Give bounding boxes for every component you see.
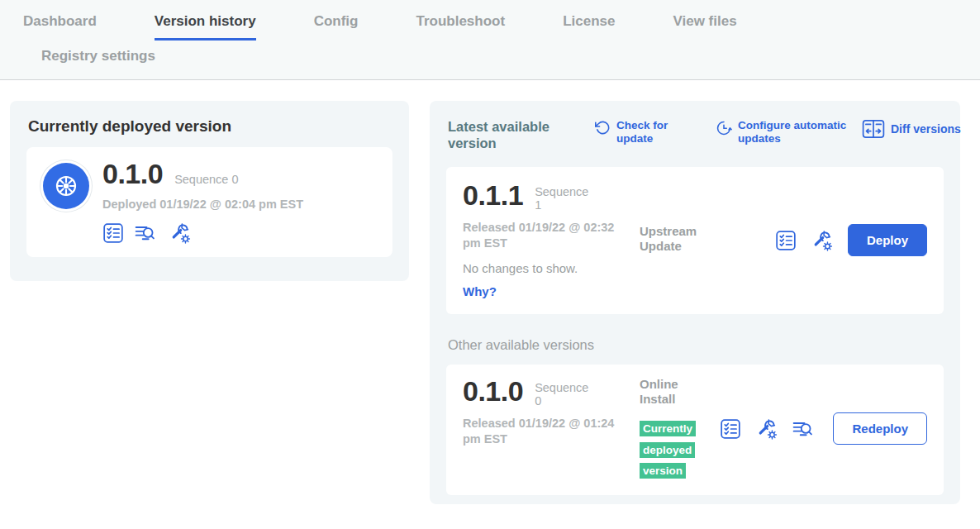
- nav-row-2: Registry settings: [0, 41, 980, 64]
- checklist-icon[interactable]: [102, 222, 124, 244]
- tab-config[interactable]: Config: [314, 13, 359, 41]
- current-version-card: 0.1.0 Sequence 0 Deployed 01/19/22 @ 02:…: [26, 147, 392, 257]
- version-source-label: Online Install: [640, 377, 716, 408]
- wrench-gear-icon[interactable]: [755, 417, 778, 441]
- check-for-update-link[interactable]: Check for update: [595, 119, 676, 145]
- list-search-icon[interactable]: [135, 223, 158, 243]
- currently-deployed-title: Currently deployed version: [28, 117, 391, 136]
- diff-versions-label: Diff versions: [891, 122, 961, 136]
- tab-dashboard[interactable]: Dashboard: [23, 13, 97, 41]
- tab-license[interactable]: License: [563, 13, 615, 41]
- latest-version-actions: Deploy: [775, 224, 927, 256]
- latest-version-details: 0.1.1 Sequence 1 Released 01/19/22 @ 02:…: [463, 181, 635, 299]
- status-badge-wrap: Currently deployed version: [640, 417, 697, 481]
- deployed-timestamp: Deployed 01/19/22 @ 02:04 pm EST: [102, 197, 303, 212]
- deploy-button[interactable]: Deploy: [848, 224, 927, 256]
- top-navigation: Dashboard Version history Config Trouble…: [0, 0, 980, 80]
- kubernetes-wheel-icon: [43, 163, 89, 209]
- current-version-actions: [102, 222, 303, 245]
- tab-view-files[interactable]: View files: [673, 13, 736, 41]
- configure-auto-updates-link[interactable]: Configure automatic updates: [716, 119, 862, 145]
- latest-version-source-col: Upstream Update: [640, 181, 716, 255]
- tab-troubleshoot[interactable]: Troubleshoot: [416, 13, 505, 41]
- current-version-sequence: Sequence 0: [174, 173, 238, 186]
- nav-row-1: Dashboard Version history Config Trouble…: [0, 0, 980, 41]
- check-for-update-label: Check for update: [616, 119, 676, 145]
- diff-versions-link[interactable]: Diff versions: [862, 119, 961, 139]
- tab-registry-settings[interactable]: Registry settings: [41, 48, 155, 74]
- version-source-label: Upstream Update: [640, 224, 716, 255]
- other-version-sequence: Sequence 0: [535, 381, 592, 408]
- other-version-source-col: Online Install Currently deployed versio…: [640, 377, 716, 481]
- checklist-icon[interactable]: [720, 418, 741, 440]
- configure-auto-updates-label: Configure automatic updates: [738, 119, 862, 145]
- other-version-details: 0.1.0 Sequence 0 Released 01/19/22 @ 01:…: [463, 377, 635, 447]
- latest-available-header: Latest available version Check for updat…: [446, 117, 944, 152]
- why-link[interactable]: Why?: [463, 284, 497, 298]
- other-version-card: 0.1.0 Sequence 0 Released 01/19/22 @ 01:…: [446, 365, 944, 495]
- current-version-details: 0.1.0 Sequence 0 Deployed 01/19/22 @ 02:…: [102, 160, 303, 245]
- other-version-number: 0.1.0: [463, 377, 523, 407]
- latest-version-number: 0.1.1: [463, 181, 523, 211]
- released-timestamp: Released 01/19/22 @ 02:32 pm EST: [463, 220, 624, 251]
- currently-deployed-badge: Currently deployed version: [640, 421, 696, 479]
- latest-version-card: 0.1.1 Sequence 1 Released 01/19/22 @ 02:…: [446, 167, 944, 314]
- tab-version-history[interactable]: Version history: [155, 13, 256, 41]
- refresh-arrow-icon: [595, 119, 611, 136]
- checklist-icon[interactable]: [775, 230, 797, 251]
- wrench-gear-icon[interactable]: [169, 222, 192, 245]
- currently-deployed-panel: Currently deployed version 0.1.0 Sequenc…: [10, 101, 409, 281]
- released-timestamp: Released 01/19/22 @ 01:24 pm EST: [463, 416, 624, 447]
- other-versions-heading: Other available versions: [448, 337, 944, 353]
- current-version-number: 0.1.0: [102, 160, 163, 189]
- diff-icon: [862, 119, 885, 139]
- latest-available-title: Latest available version: [448, 119, 572, 152]
- latest-version-sequence: Sequence 1: [535, 185, 592, 212]
- auto-update-clock-icon: [716, 119, 732, 137]
- wrench-gear-icon[interactable]: [811, 229, 834, 252]
- available-versions-panel: Latest available version Check for updat…: [430, 101, 960, 504]
- other-version-actions: Redeploy: [720, 412, 927, 445]
- list-search-icon[interactable]: [792, 419, 816, 439]
- no-changes-text: No changes to show.: [463, 261, 635, 275]
- redeploy-button[interactable]: Redeploy: [833, 412, 927, 445]
